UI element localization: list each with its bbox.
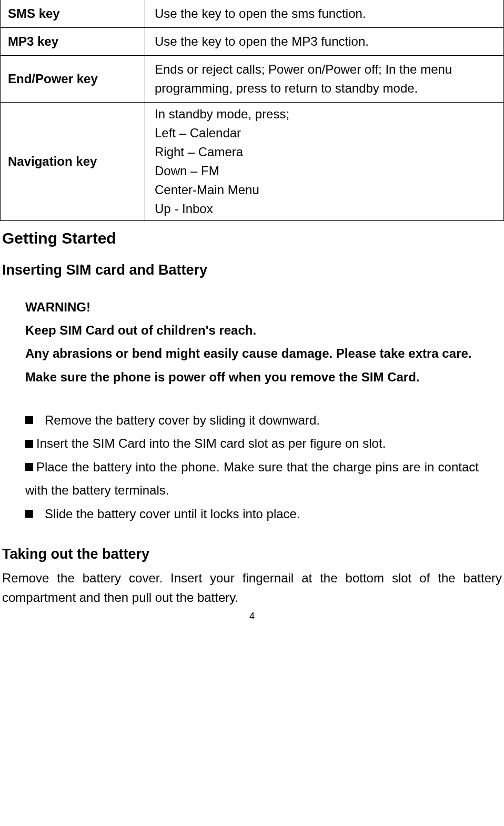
warning-line: Any abrasions or bend might easily cause… bbox=[25, 342, 479, 365]
warning-line: Make sure the phone is power off when yo… bbox=[25, 366, 479, 389]
warning-line: Keep SIM Card out of children's reach. bbox=[25, 319, 479, 342]
list-item: Remove the battery cover by sliding it d… bbox=[25, 409, 479, 432]
list-item-text: Place the battery into the phone. Make s… bbox=[25, 460, 479, 497]
nav-line: Center-Main Menu bbox=[155, 180, 494, 199]
nav-line: Right – Camera bbox=[155, 143, 494, 162]
list-item: Place the battery into the phone. Make s… bbox=[25, 456, 479, 502]
table-row: SMS key Use the key to open the sms func… bbox=[1, 0, 504, 28]
table-row: MP3 key Use the key to open the MP3 func… bbox=[1, 28, 504, 56]
page-number: 4 bbox=[0, 609, 504, 623]
nav-line: Up - Inbox bbox=[155, 199, 494, 218]
table-cell-desc: Use the key to open the MP3 function. bbox=[145, 28, 504, 56]
heading-taking-out-battery: Taking out the battery bbox=[0, 543, 504, 565]
table-cell-key: SMS key bbox=[1, 0, 145, 28]
bullet-square-icon bbox=[25, 510, 33, 518]
heading-inserting-sim: Inserting SIM card and Battery bbox=[0, 259, 504, 281]
list-item-text: Remove the battery cover by sliding it d… bbox=[45, 413, 320, 427]
nav-line: Down – FM bbox=[155, 162, 494, 180]
table-cell-desc: Ends or reject calls; Power on/Power off… bbox=[145, 56, 504, 103]
list-item-text: Insert the SIM Card into the SIM card sl… bbox=[36, 436, 386, 450]
table-row: Navigation key In standby mode, press; L… bbox=[1, 103, 504, 221]
bullet-list: Remove the battery cover by sliding it d… bbox=[0, 409, 504, 526]
bullet-square-icon bbox=[25, 440, 33, 448]
list-item: Insert the SIM Card into the SIM card sl… bbox=[25, 432, 479, 455]
list-item-text: Slide the battery cover until it locks i… bbox=[45, 507, 300, 521]
key-function-table: SMS key Use the key to open the sms func… bbox=[0, 0, 504, 221]
table-cell-desc: In standby mode, press; Left – Calendar … bbox=[145, 103, 504, 221]
list-item: Slide the battery cover until it locks i… bbox=[25, 502, 479, 526]
nav-line: In standby mode, press; bbox=[155, 105, 494, 124]
bullet-square-icon bbox=[25, 416, 33, 424]
bullet-square-icon bbox=[25, 463, 33, 471]
body-paragraph: Remove the battery cover. Insert your fi… bbox=[0, 568, 504, 607]
table-cell-desc: Use the key to open the sms function. bbox=[145, 0, 504, 28]
table-cell-key: MP3 key bbox=[1, 28, 145, 56]
warning-block: WARNING! Keep SIM Card out of children's… bbox=[0, 296, 504, 389]
table-cell-key: Navigation key bbox=[1, 103, 145, 221]
heading-getting-started: Getting Started bbox=[0, 226, 504, 250]
warning-title: WARNING! bbox=[25, 296, 479, 319]
table-cell-key: End/Power key bbox=[1, 56, 145, 103]
table-row: End/Power key Ends or reject calls; Powe… bbox=[1, 56, 504, 103]
nav-line: Left – Calendar bbox=[155, 124, 494, 143]
